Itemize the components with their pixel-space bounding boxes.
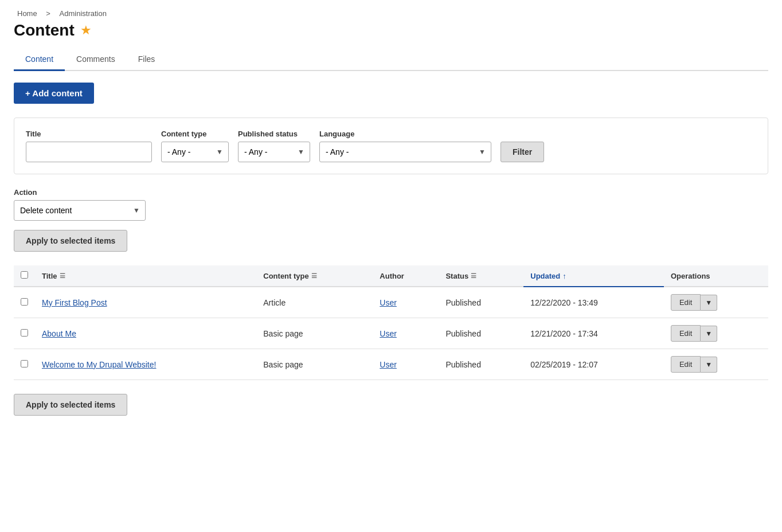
apply-to-selected-top-button[interactable]: Apply to selected items xyxy=(14,230,127,252)
row-checkbox-0[interactable] xyxy=(21,298,28,306)
row-content-type-0: Article xyxy=(256,287,373,318)
th-content-type-label: Content type xyxy=(263,272,308,280)
row-author-link-2[interactable]: User xyxy=(380,360,397,369)
title-filter-field: Title xyxy=(26,130,152,162)
edit-btn-wrap-2: Edit ▼ xyxy=(671,356,761,373)
th-title[interactable]: Title ☰ xyxy=(35,265,256,287)
th-status-label: Status xyxy=(445,272,468,280)
th-updated-label: Updated xyxy=(530,272,560,280)
th-updated[interactable]: Updated ↑ xyxy=(523,265,664,287)
title-sort-icon: ☰ xyxy=(60,272,65,280)
row-updated-0: 12/22/2020 - 13:49 xyxy=(523,287,664,318)
row-title-link-1[interactable]: About Me xyxy=(42,329,76,338)
select-all-header xyxy=(14,265,35,287)
row-title-2: Welcome to My Drupal Website! xyxy=(35,349,256,380)
content-table: Title ☰ Content type ☰ Author Status xyxy=(14,265,768,380)
page-title: Content xyxy=(14,21,75,40)
edit-dropdown-button-2[interactable]: ▼ xyxy=(701,357,717,373)
published-status-filter-field: Published status - Any - Published Unpub… xyxy=(238,130,310,162)
table-row: Welcome to My Drupal Website! Basic page… xyxy=(14,349,768,380)
edit-btn-wrap-0: Edit ▼ xyxy=(671,294,761,311)
edit-dropdown-button-1[interactable]: ▼ xyxy=(701,326,717,342)
row-operations-2: Edit ▼ xyxy=(664,349,768,380)
row-title-0: My First Blog Post xyxy=(35,287,256,318)
language-filter-label: Language xyxy=(319,130,491,138)
edit-dropdown-button-0[interactable]: ▼ xyxy=(701,295,717,311)
row-checkbox-cell xyxy=(14,349,35,380)
th-operations: Operations xyxy=(664,265,768,287)
table-row: About Me Basic page User Published 12/21… xyxy=(14,318,768,349)
breadcrumb-admin: Administration xyxy=(60,9,107,18)
page-title-row: Content ★ xyxy=(14,21,768,40)
action-label: Action xyxy=(14,188,768,197)
edit-btn-wrap-1: Edit ▼ xyxy=(671,325,761,342)
edit-button-1[interactable]: Edit xyxy=(671,325,701,342)
content-type-filter-field: Content type - Any - Article Basic page … xyxy=(161,130,229,162)
action-select[interactable]: Delete content xyxy=(14,200,146,221)
table-row: My First Blog Post Article User Publishe… xyxy=(14,287,768,318)
select-all-checkbox[interactable] xyxy=(21,271,28,279)
content-type-select[interactable]: - Any - Article Basic page xyxy=(161,142,229,162)
published-status-select[interactable]: - Any - Published Unpublished xyxy=(238,142,310,162)
row-operations-0: Edit ▼ xyxy=(664,287,768,318)
edit-button-2[interactable]: Edit xyxy=(671,356,701,373)
row-author-link-0[interactable]: User xyxy=(380,298,397,307)
content-type-filter-label: Content type xyxy=(161,130,229,138)
edit-button-0[interactable]: Edit xyxy=(671,294,701,311)
row-title-link-2[interactable]: Welcome to My Drupal Website! xyxy=(42,360,156,369)
filter-row: Title Content type - Any - Article Basic… xyxy=(26,130,756,162)
tab-content[interactable]: Content xyxy=(14,49,65,71)
table-header: Title ☰ Content type ☰ Author Status xyxy=(14,265,768,287)
favorite-star-icon[interactable]: ★ xyxy=(80,23,92,38)
row-content-type-1: Basic page xyxy=(256,318,373,349)
row-updated-1: 12/21/2020 - 17:34 xyxy=(523,318,664,349)
breadcrumb-separator: > xyxy=(46,9,50,18)
table-body: My First Blog Post Article User Publishe… xyxy=(14,287,768,380)
title-filter-input[interactable] xyxy=(26,142,152,162)
row-checkbox-cell xyxy=(14,318,35,349)
row-operations-1: Edit ▼ xyxy=(664,318,768,349)
status-sort-icon: ☰ xyxy=(471,272,476,280)
filter-button[interactable]: Filter xyxy=(501,142,544,162)
row-status-0: Published xyxy=(439,287,523,318)
published-status-filter-label: Published status xyxy=(238,130,310,138)
row-status-2: Published xyxy=(439,349,523,380)
row-checkbox-1[interactable] xyxy=(21,329,28,337)
row-title-1: About Me xyxy=(35,318,256,349)
updated-sort-up-icon: ↑ xyxy=(562,272,566,280)
breadcrumb-home[interactable]: Home xyxy=(17,9,37,18)
th-operations-label: Operations xyxy=(671,272,710,280)
filter-box: Title Content type - Any - Article Basic… xyxy=(14,118,768,174)
content-type-sort-icon: ☰ xyxy=(311,272,317,280)
th-title-label: Title xyxy=(42,272,57,280)
row-author-2: User xyxy=(373,349,439,380)
row-updated-2: 02/25/2019 - 12:07 xyxy=(523,349,664,380)
published-status-select-wrapper: - Any - Published Unpublished ▼ xyxy=(238,142,310,162)
th-content-type[interactable]: Content type ☰ xyxy=(256,265,373,287)
row-checkbox-2[interactable] xyxy=(21,360,28,367)
th-status[interactable]: Status ☰ xyxy=(439,265,523,287)
tabs: Content Comments Files xyxy=(14,49,768,71)
content-type-select-wrapper: - Any - Article Basic page ▼ xyxy=(161,142,229,162)
apply-to-selected-bottom-button[interactable]: Apply to selected items xyxy=(14,394,127,416)
add-content-button[interactable]: + Add content xyxy=(14,83,94,104)
breadcrumb: Home > Administration xyxy=(14,9,768,18)
action-section: Action Delete content ▼ xyxy=(14,188,768,221)
row-title-link-0[interactable]: My First Blog Post xyxy=(42,298,107,307)
language-filter-field: Language - Any - English ▼ xyxy=(319,130,491,162)
row-author-link-1[interactable]: User xyxy=(380,329,397,338)
action-select-wrapper: Delete content ▼ xyxy=(14,200,146,221)
language-select[interactable]: - Any - English xyxy=(319,142,491,162)
tab-comments[interactable]: Comments xyxy=(65,49,127,71)
th-author-label: Author xyxy=(380,272,404,280)
title-filter-label: Title xyxy=(26,130,152,138)
row-author-1: User xyxy=(373,318,439,349)
language-select-wrapper: - Any - English ▼ xyxy=(319,142,491,162)
row-author-0: User xyxy=(373,287,439,318)
row-content-type-2: Basic page xyxy=(256,349,373,380)
row-status-1: Published xyxy=(439,318,523,349)
tab-files[interactable]: Files xyxy=(127,49,167,71)
th-author: Author xyxy=(373,265,439,287)
row-checkbox-cell xyxy=(14,287,35,318)
